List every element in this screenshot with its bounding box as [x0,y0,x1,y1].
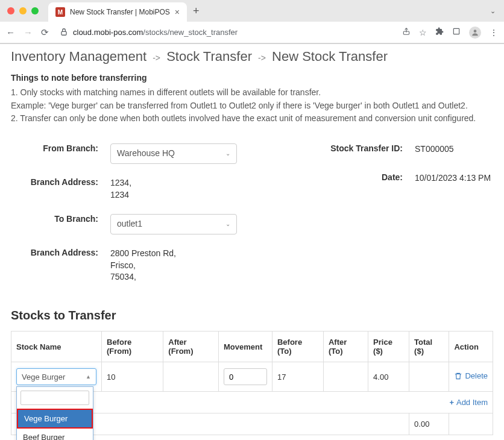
breadcrumb-part-1[interactable]: Inventory Management [11,49,146,64]
to-branch-label: To Branch: [11,210,110,234]
toolbar-right: ☆ ⋮ [402,27,498,39]
col-action: Action [449,332,493,362]
close-tab-icon[interactable]: × [175,7,180,17]
delete-label: Delete [465,371,488,380]
profile-avatar[interactable] [469,27,481,39]
breadcrumb: Inventory Management -> Stock Transfer -… [11,44,493,73]
delete-button[interactable]: Delete [454,371,488,380]
svg-point-3 [474,30,477,33]
trash-icon [454,372,462,380]
extensions-icon[interactable] [435,27,444,37]
form-left: From Branch: Warehouse HQ ⌄ Branch Addre… [11,140,276,293]
cell-action: Delete [449,362,493,392]
forward-button: → [24,27,33,37]
reload-button[interactable]: ⟳ [41,27,49,38]
cell-total [409,362,449,392]
plus-icon: + [449,398,454,407]
from-branch-select[interactable]: Warehouse HQ ⌄ [110,143,237,164]
address-bar[interactable]: cloud.mobi-pos.com/stocks/new_stock_tran… [57,28,394,37]
movement-input[interactable] [224,368,267,385]
breadcrumb-part-3: New Stock Transfer [272,49,388,64]
tab-bar: M New Stock Transfer | MobiPOS × + ⌄ [0,0,504,22]
breadcrumb-sep: -> [258,53,266,63]
cell-after-from [163,362,219,392]
cell-after-to [323,362,368,392]
cell-price: 4.00 [368,362,409,392]
url-text: cloud.mobi-pos.com/stocks/new_stock_tran… [73,28,238,37]
close-window-button[interactable] [7,7,14,14]
date-label: Date: [312,169,415,184]
window-controls [7,7,39,14]
from-branch-value: Warehouse HQ [117,148,175,160]
date-value: 10/01/2023 4:13 PM [415,169,493,184]
svg-rect-2 [453,28,459,34]
transfer-id-value: ST000005 [415,140,493,156]
add-item-button[interactable]: + Add Item [449,398,488,407]
dropdown-option-beef-burger[interactable]: Beef Burger [17,429,93,440]
cell-movement [218,362,272,392]
stock-name-value: Vege Burger [22,372,65,382]
to-address-value: 2800 Preston Rd, Frisco, 75034, [110,244,276,283]
chevron-down-icon: ⌄ [225,220,230,228]
grand-total-value: 0.00 [409,413,449,435]
share-icon[interactable] [402,27,411,37]
col-price: Price ($) [368,332,409,362]
stock-name-select[interactable]: Vege Burger ▲ [16,368,96,385]
tabs-chevron-icon[interactable]: ⌄ [490,7,499,15]
table-header-row: Stock Name Before (From) After (From) Mo… [11,332,493,362]
col-before-from: Before (From) [102,332,163,362]
browser-toolbar: ← → ⟳ cloud.mobi-pos.com/stocks/new_stoc… [0,22,504,43]
dropdown-search-wrap [17,387,93,409]
page-content: Inventory Management -> Stock Transfer -… [0,44,504,440]
stock-name-select-wrapper: Vege Burger ▲ Vege Burger Beef Burger Be… [16,368,96,385]
star-icon[interactable]: ☆ [419,28,427,37]
cell-before-from: 10 [102,362,163,392]
col-after-to: After (To) [323,332,368,362]
fullscreen-window-button[interactable] [31,7,39,14]
browser-tab[interactable]: M New Stock Transfer | MobiPOS × [48,2,187,22]
new-tab-button[interactable]: + [193,5,200,17]
tabs-icon[interactable] [452,27,461,37]
svg-rect-0 [61,31,66,35]
tab-favicon: M [55,7,65,17]
col-total: Total ($) [409,332,449,362]
stock-table: Stock Name Before (From) After (From) Mo… [11,331,493,435]
from-address-label: Branch Address: [11,174,110,201]
add-item-label: Add Item [456,398,488,407]
lock-icon [60,28,68,37]
grand-total-empty [449,413,493,435]
tab-title: New Stock Transfer | MobiPOS [70,8,170,16]
caret-up-icon: ▲ [86,374,91,380]
form-right: Stock Transfer ID: ST000005 Date: 10/01/… [312,140,493,293]
note-line-2: Example: 'Vege burger' can be transferre… [11,99,493,113]
note-line-3: 2. Transfer can only be done when both o… [11,112,493,125]
stocks-section-title: Stocks to Transfer [11,309,493,322]
form-area: From Branch: Warehouse HQ ⌄ Branch Addre… [11,140,493,293]
minimize-window-button[interactable] [19,7,27,14]
col-stock-name: Stock Name [11,332,102,362]
to-address-label: Branch Address: [11,244,110,283]
chevron-down-icon: ⌄ [225,149,230,158]
back-button[interactable]: ← [6,27,15,37]
col-after-from: After (From) [163,332,219,362]
to-branch-value: outlet1 [117,218,142,230]
breadcrumb-part-2[interactable]: Stock Transfer [166,49,252,64]
transfer-id-label: Stock Transfer ID: [312,140,415,156]
from-address-value: 1234, 1234 [110,174,276,201]
from-branch-label: From Branch: [11,140,110,164]
dropdown-option-vege-burger[interactable]: Vege Burger [17,409,93,429]
note-line-1: 1. Only stocks with matching names in di… [11,86,493,99]
breadcrumb-sep: -> [153,53,160,63]
menu-icon[interactable]: ⋮ [490,28,498,37]
browser-chrome: M New Stock Transfer | MobiPOS × + ⌄ ← →… [0,0,504,44]
to-branch-select[interactable]: outlet1 ⌄ [110,214,237,234]
table-row: Vege Burger ▲ Vege Burger Beef Burger Be… [11,362,493,392]
dropdown-search-input[interactable] [20,391,89,405]
stock-name-dropdown: Vege Burger Beef Burger Beef Pepperoni C… [16,386,93,440]
notes-title: Things to note before transferring [11,73,493,83]
col-movement: Movement [218,332,272,362]
cell-before-to: 17 [272,362,323,392]
col-before-to: Before (To) [272,332,323,362]
